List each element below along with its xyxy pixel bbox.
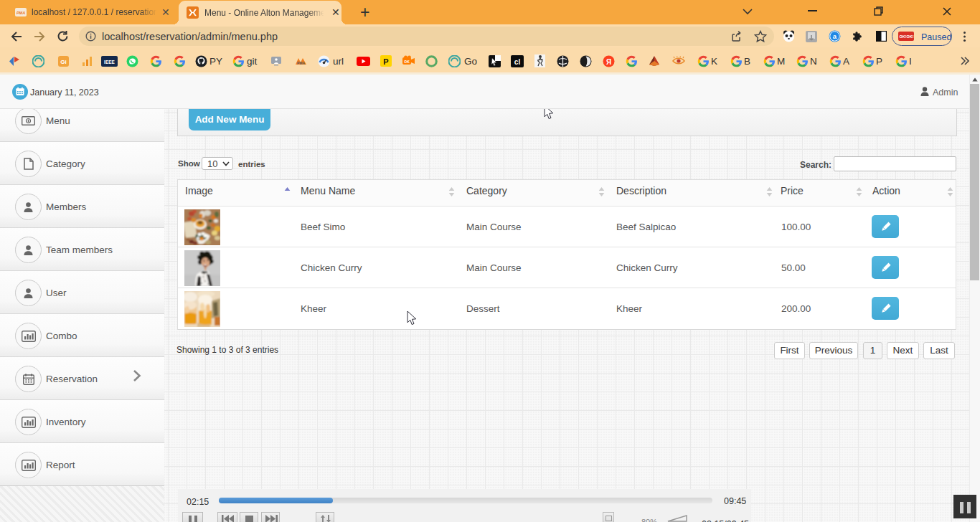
svg-text:PMA: PMA — [17, 11, 25, 15]
svg-text:OK: OK — [404, 60, 410, 64]
svg-text:a: a — [833, 32, 837, 40]
svg-text:Gi: Gi — [60, 59, 66, 65]
svg-text:Я: Я — [606, 58, 611, 66]
svg-text:PMA: PMA — [297, 61, 306, 65]
svg-text:cl: cl — [514, 58, 521, 66]
svg-text:P: P — [383, 57, 388, 66]
svg-text:IEEE: IEEE — [104, 60, 115, 65]
